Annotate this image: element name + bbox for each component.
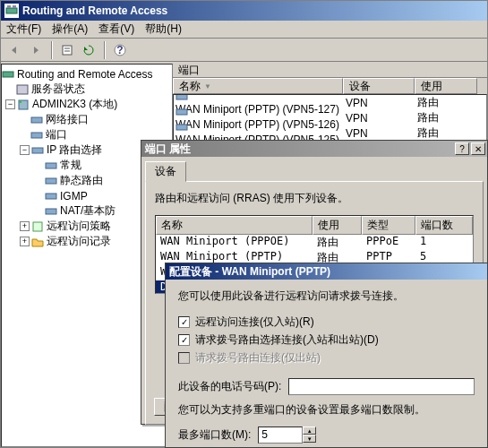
- expand-icon[interactable]: +: [20, 237, 30, 246]
- tree-root[interactable]: Routing and Remote Access: [2, 66, 172, 82]
- checkbox-both[interactable]: ✓: [178, 334, 190, 346]
- table-row[interactable]: WAN Miniport (PPPOE)路由PPPoE1: [156, 235, 473, 250]
- help-icon: ?: [114, 44, 126, 56]
- checkbox-outbound-row: 请求拨号路由连接(仅出站): [178, 350, 475, 366]
- right-pane-header: 端口: [173, 64, 487, 78]
- col-device[interactable]: 设备: [343, 78, 415, 94]
- dialog-titlebar[interactable]: 配置设备 - WAN Miniport (PPTP): [166, 263, 487, 280]
- app-icon: [4, 4, 19, 18]
- help-button[interactable]: ?: [455, 142, 469, 155]
- collapse-icon[interactable]: −: [20, 145, 30, 155]
- separator: [51, 41, 52, 59]
- tree-igmp-label: IGMP: [60, 190, 88, 202]
- list-row[interactable]: WAN Miniport (PPTP) (VPN5-125) VPN 路由: [174, 125, 486, 141]
- svg-rect-3: [13, 5, 16, 8]
- window-titlebar[interactable]: Routing and Remote Access: [1, 1, 487, 21]
- properties-icon: [61, 44, 73, 56]
- phone-input[interactable]: [288, 378, 475, 395]
- refresh-icon: [82, 44, 95, 56]
- ip-routing-icon: [31, 144, 44, 157]
- cell-use: 路由: [415, 125, 478, 141]
- col-type[interactable]: 类型: [362, 216, 415, 235]
- cell-device: VPN: [344, 97, 415, 109]
- tree-net-interfaces-label: 网络接口: [46, 112, 89, 127]
- checkbox-outbound: [178, 352, 190, 364]
- tree-static-routes-label: 静态路由: [60, 173, 103, 188]
- dialog-title: 配置设备 - WAN Miniport (PPTP): [169, 264, 487, 280]
- static-icon: [45, 175, 57, 187]
- separator: [104, 41, 105, 59]
- cell-use: 路由: [415, 110, 478, 125]
- server-status-icon: [16, 83, 29, 96]
- svg-rect-9: [3, 72, 13, 77]
- menu-file[interactable]: 文件(F): [6, 22, 41, 37]
- close-button[interactable]: ✕: [471, 142, 485, 155]
- tree-server-status[interactable]: 服务器状态: [2, 82, 172, 97]
- svg-rect-15: [32, 148, 43, 153]
- menu-help[interactable]: 帮助(H): [145, 22, 182, 37]
- expand-icon[interactable]: +: [20, 221, 30, 231]
- spin-down-icon[interactable]: ▼: [303, 435, 316, 443]
- menu-view[interactable]: 查看(V): [98, 22, 134, 37]
- svg-rect-10: [17, 85, 28, 94]
- policy-icon: [31, 220, 44, 233]
- tree-server[interactable]: − ADMIN2K3 (本地): [2, 97, 172, 112]
- tree-ra-logging-label: 远程访问记录: [47, 234, 111, 249]
- svg-rect-14: [31, 133, 42, 138]
- phone-label: 此设备的电话号码(P):: [178, 379, 281, 394]
- arrow-right-icon: [30, 44, 42, 56]
- nat-icon: [45, 205, 57, 218]
- svg-rect-17: [46, 178, 56, 184]
- svg-rect-2: [7, 5, 11, 8]
- forward-button[interactable]: [26, 40, 46, 60]
- toolbar: ?: [1, 39, 487, 62]
- dialog-titlebar[interactable]: 端口 属性 ? ✕: [141, 141, 487, 157]
- spin-up-icon[interactable]: ▲: [303, 426, 316, 435]
- dialog-intro: 路由和远程访问 (RRAS) 使用下列设备。: [155, 191, 474, 206]
- checkbox-both-row[interactable]: ✓ 请求拨号路由选择连接(入站和出站)(D): [178, 332, 475, 348]
- cell-use: 路由: [415, 95, 478, 110]
- properties-button[interactable]: [57, 40, 77, 60]
- tab-devices[interactable]: 设备: [145, 161, 186, 182]
- help-button[interactable]: ?: [110, 40, 130, 60]
- svg-rect-16: [46, 163, 56, 168]
- svg-rect-22: [176, 109, 187, 115]
- cfg-intro: 您可以使用此设备进行远程访问请求拨号连接。: [178, 289, 475, 304]
- col-use[interactable]: 使用: [312, 216, 362, 235]
- col-name[interactable]: 名称: [156, 216, 312, 235]
- port-icon: [176, 106, 188, 118]
- configure-device-dialog: 配置设备 - WAN Miniport (PPTP) 您可以使用此设备进行远程访…: [165, 263, 488, 448]
- limit-note: 您可以为支持多重端口的设备设置最多端口数限制。: [178, 402, 475, 418]
- list-columns: 名称 设备 使用: [173, 78, 487, 94]
- checkbox-inbound-row[interactable]: ✓ 远程访问连接(仅入站)(R): [178, 314, 475, 330]
- refresh-button[interactable]: [79, 40, 98, 60]
- col-use[interactable]: 使用: [415, 78, 477, 94]
- checkbox-inbound[interactable]: ✓: [178, 316, 190, 328]
- svg-rect-23: [176, 125, 187, 130]
- col-count[interactable]: 端口数: [415, 216, 473, 235]
- tab-bar: 设备: [141, 157, 487, 181]
- menu-action[interactable]: 操作(A): [52, 22, 88, 37]
- svg-rect-19: [46, 209, 56, 214]
- folder-icon: [31, 236, 44, 248]
- tree-net-interfaces[interactable]: 网络接口: [2, 112, 172, 127]
- col-name[interactable]: 名称: [173, 78, 343, 94]
- tree-ports-label: 端口: [46, 127, 67, 142]
- cell-device: VPN: [344, 112, 415, 125]
- svg-point-12: [20, 101, 21, 103]
- dialog-title: 端口 属性: [145, 142, 455, 157]
- checkbox-outbound-label: 请求拨号路由连接(仅出站): [195, 350, 321, 366]
- back-button[interactable]: [4, 40, 24, 60]
- tree-ip-routing-label: IP 路由选择: [47, 142, 102, 158]
- window-title: Routing and Remote Access: [22, 4, 487, 17]
- tree-server-status-label: 服务器状态: [31, 82, 85, 97]
- ports-icon: [30, 129, 43, 142]
- tree-root-label: Routing and Remote Access: [17, 68, 152, 81]
- max-ports-spinner[interactable]: 5 ▲▼: [258, 426, 316, 444]
- svg-rect-21: [176, 94, 187, 99]
- arrow-left-icon: [8, 44, 21, 56]
- tree-general-label: 常规: [60, 158, 81, 173]
- general-icon: [45, 159, 57, 172]
- max-ports-value[interactable]: 5: [258, 426, 303, 444]
- collapse-icon[interactable]: −: [5, 99, 15, 109]
